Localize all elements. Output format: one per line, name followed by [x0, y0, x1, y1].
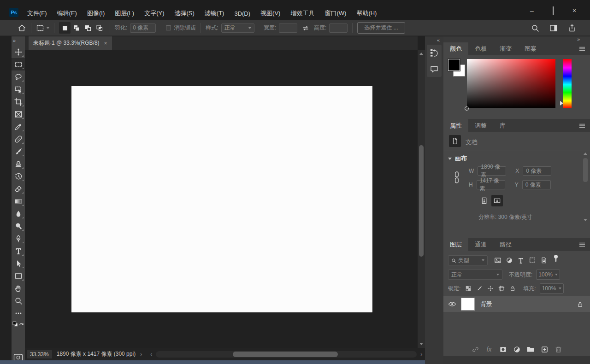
lock-all-icon[interactable] [509, 285, 516, 292]
layer-thumbnail[interactable] [461, 298, 475, 311]
close-button[interactable]: × [571, 7, 578, 14]
style-dropdown[interactable]: 正常 [221, 23, 254, 33]
horizontal-scrollbar[interactable] [156, 351, 417, 358]
vertical-scrollbar-thumb[interactable] [419, 145, 424, 257]
canvas-section-header[interactable]: 画布 [448, 154, 467, 163]
tab-swatches[interactable]: 色板 [468, 42, 493, 55]
panel-menu-icon[interactable] [579, 123, 585, 128]
history-brush-tool[interactable] [12, 170, 25, 182]
vertical-scrollbar[interactable] [418, 50, 425, 348]
color-field-marker[interactable] [465, 106, 469, 111]
fill-input[interactable]: 100% [540, 283, 564, 294]
canvas-width-input[interactable]: 1890 像素 [478, 166, 506, 176]
layer-filter-toggle[interactable] [553, 254, 559, 263]
object-selection-tool[interactable] [12, 83, 25, 95]
properties-scrollbar[interactable] [583, 153, 588, 155]
edit-toolbar-button[interactable] [12, 307, 25, 319]
document-properties-button[interactable] [449, 135, 461, 147]
landscape-orientation-button[interactable] [491, 195, 503, 206]
menu-3d[interactable]: 3D(D) [229, 10, 255, 17]
filter-smart-objects-icon[interactable] [540, 257, 548, 264]
clone-stamp-tool[interactable] [12, 158, 25, 170]
maximize-button[interactable] [549, 7, 557, 14]
saturation-brightness-field[interactable] [467, 59, 555, 108]
opacity-input[interactable]: 100% [536, 270, 560, 280]
add-layer-mask-button[interactable] [499, 346, 507, 353]
portrait-orientation-button[interactable] [478, 195, 490, 206]
panel-menu-icon[interactable] [579, 47, 585, 51]
type-tool[interactable] [12, 245, 25, 257]
tab-color[interactable]: 颜色 [443, 42, 468, 55]
antialias-checkbox[interactable] [166, 25, 171, 30]
properties-scrollbar-bottom[interactable] [583, 219, 588, 221]
menu-window[interactable]: 窗口(W) [319, 9, 351, 18]
dock-collapse-button[interactable]: « [425, 36, 443, 43]
eraser-tool[interactable] [12, 182, 25, 195]
document-tab[interactable]: 未标题-1 @ 33.3%(RGB/8) × [29, 36, 112, 50]
comments-panel-icon[interactable] [430, 65, 439, 74]
menu-type[interactable]: 文字(Y) [139, 9, 169, 18]
canvas-x-input[interactable]: 0 像素 [523, 166, 551, 176]
lock-position-icon[interactable] [487, 285, 494, 292]
blend-mode-dropdown[interactable]: 正常 [448, 270, 502, 280]
lock-artboard-icon[interactable] [498, 285, 505, 292]
search-icon[interactable] [531, 24, 539, 32]
menu-plugins[interactable]: 增效工具 [285, 9, 319, 18]
scroll-up-arrow[interactable] [584, 153, 587, 155]
hand-tool[interactable] [12, 282, 25, 294]
lock-pixels-icon[interactable] [476, 285, 483, 292]
menu-edit[interactable]: 编辑(E) [52, 9, 82, 18]
layer-lock-icon[interactable] [577, 301, 584, 308]
delete-layer-button[interactable] [554, 346, 562, 353]
new-layer-button[interactable] [540, 346, 549, 353]
new-selection-button[interactable] [59, 22, 71, 34]
scroll-right-arrow[interactable]: › [420, 351, 422, 358]
menu-filter[interactable]: 滤镜(T) [200, 9, 230, 18]
history-panel-icon[interactable] [429, 48, 439, 58]
tab-channels[interactable]: 通道 [468, 238, 493, 251]
pen-tool[interactable] [12, 232, 25, 245]
zoom-tool[interactable] [12, 294, 25, 307]
spot-healing-brush-tool[interactable] [12, 133, 25, 145]
link-layers-button[interactable] [471, 346, 479, 353]
toolbar-expand-button[interactable]: » [12, 36, 25, 46]
tab-libraries[interactable]: 库 [493, 119, 512, 132]
tab-properties[interactable]: 属性 [443, 119, 468, 132]
default-colors-icon[interactable] [12, 321, 18, 327]
share-icon[interactable] [568, 24, 576, 32]
canvas[interactable] [71, 86, 372, 312]
foreground-color-swatch[interactable] [448, 59, 460, 71]
menu-file[interactable]: 文件(F) [22, 9, 52, 18]
select-and-mask-button[interactable]: 选择并遮住 ... [357, 22, 405, 34]
new-group-button[interactable] [526, 346, 535, 353]
tab-gradients[interactable]: 渐变 [493, 42, 518, 55]
minimize-button[interactable]: – [528, 7, 536, 14]
dodge-tool[interactable] [12, 220, 25, 232]
menu-help[interactable]: 帮助(H) [351, 9, 382, 18]
layer-styles-button[interactable]: fx [485, 346, 493, 353]
lasso-tool[interactable] [12, 70, 25, 83]
blur-tool[interactable] [12, 207, 25, 220]
layer-visibility-eye-icon[interactable] [448, 301, 456, 307]
zoom-level-field[interactable]: 33.33% [27, 350, 52, 358]
frame-tool[interactable] [12, 108, 25, 120]
scroll-left-arrow[interactable]: ‹ [150, 351, 152, 358]
crop-tool[interactable] [12, 95, 25, 108]
workspace-switcher-icon[interactable] [549, 24, 558, 32]
status-expand-arrow[interactable]: › [140, 351, 142, 358]
tab-close-icon[interactable]: × [104, 40, 107, 47]
gradient-tool[interactable] [12, 195, 25, 207]
intersect-selection-button[interactable] [94, 22, 105, 34]
menu-layer[interactable]: 图层(L) [110, 9, 139, 18]
scroll-down-arrow[interactable] [419, 343, 423, 345]
canvas-height-input[interactable]: 1417 像素 [477, 180, 505, 189]
eyedropper-tool[interactable] [12, 120, 25, 133]
home-button[interactable] [18, 23, 26, 32]
scroll-up-arrow[interactable] [419, 53, 423, 55]
menu-view[interactable]: 视图(V) [255, 9, 285, 18]
scroll-down-arrow[interactable] [584, 219, 587, 221]
canvas-y-input[interactable]: 0 像素 [522, 180, 551, 189]
menu-image[interactable]: 图像(I) [82, 9, 110, 18]
filter-shape-layers-icon[interactable] [529, 257, 536, 264]
link-dimensions-icon[interactable] [454, 171, 460, 184]
